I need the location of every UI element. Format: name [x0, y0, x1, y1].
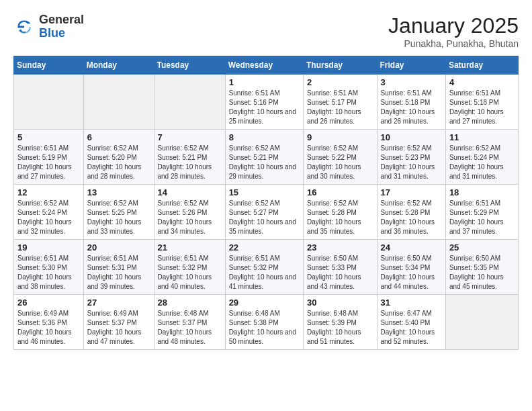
calendar-cell: 16Sunrise: 6:52 AM Sunset: 5:28 PM Dayli… [303, 185, 377, 240]
logo-text: General Blue [39, 13, 84, 40]
calendar-cell: 27Sunrise: 6:49 AM Sunset: 5:37 PM Dayli… [83, 295, 154, 350]
calendar-week-row: 1Sunrise: 6:51 AM Sunset: 5:16 PM Daylig… [14, 75, 519, 130]
day-number: 26 [17, 298, 80, 308]
logo: General Blue [13, 13, 84, 40]
header-wednesday: Wednesday [225, 56, 303, 75]
calendar-cell: 3Sunrise: 6:51 AM Sunset: 5:18 PM Daylig… [377, 75, 445, 130]
day-number: 15 [229, 187, 300, 197]
day-info: Sunrise: 6:51 AM Sunset: 5:16 PM Dayligh… [229, 89, 300, 126]
calendar-cell: 31Sunrise: 6:47 AM Sunset: 5:40 PM Dayli… [377, 295, 445, 350]
day-number: 24 [381, 242, 442, 253]
header-friday: Friday [377, 56, 445, 75]
header-monday: Monday [83, 56, 154, 75]
calendar-cell: 13Sunrise: 6:52 AM Sunset: 5:25 PM Dayli… [83, 185, 154, 240]
calendar-cell: 5Sunrise: 6:51 AM Sunset: 5:19 PM Daylig… [14, 130, 84, 185]
calendar-week-row: 5Sunrise: 6:51 AM Sunset: 5:19 PM Daylig… [14, 130, 519, 185]
day-number: 1 [229, 77, 300, 87]
day-number: 16 [307, 187, 373, 197]
day-info: Sunrise: 6:52 AM Sunset: 5:24 PM Dayligh… [449, 144, 515, 181]
day-info: Sunrise: 6:48 AM Sunset: 5:38 PM Dayligh… [229, 309, 300, 347]
day-number: 4 [449, 77, 515, 87]
calendar-cell [154, 75, 225, 130]
day-info: Sunrise: 6:47 AM Sunset: 5:40 PM Dayligh… [381, 309, 442, 347]
day-info: Sunrise: 6:52 AM Sunset: 5:28 PM Dayligh… [381, 199, 442, 236]
calendar-cell: 26Sunrise: 6:49 AM Sunset: 5:36 PM Dayli… [14, 295, 84, 350]
calendar-cell: 24Sunrise: 6:50 AM Sunset: 5:34 PM Dayli… [377, 240, 445, 295]
calendar-cell: 14Sunrise: 6:52 AM Sunset: 5:26 PM Dayli… [154, 185, 225, 240]
day-info: Sunrise: 6:49 AM Sunset: 5:37 PM Dayligh… [87, 309, 150, 347]
day-number: 25 [449, 242, 515, 253]
day-info: Sunrise: 6:51 AM Sunset: 5:32 PM Dayligh… [229, 254, 300, 291]
calendar-week-row: 19Sunrise: 6:51 AM Sunset: 5:30 PM Dayli… [14, 240, 519, 295]
day-number: 11 [449, 132, 515, 142]
day-info: Sunrise: 6:50 AM Sunset: 5:34 PM Dayligh… [381, 254, 442, 291]
day-info: Sunrise: 6:52 AM Sunset: 5:20 PM Dayligh… [87, 144, 150, 181]
day-number: 27 [87, 298, 150, 308]
calendar-header-row: SundayMondayTuesdayWednesdayThursdayFrid… [14, 56, 519, 75]
calendar-week-row: 12Sunrise: 6:52 AM Sunset: 5:24 PM Dayli… [14, 185, 519, 240]
header-saturday: Saturday [445, 56, 518, 75]
day-number: 13 [87, 187, 150, 197]
header-thursday: Thursday [303, 56, 377, 75]
calendar-cell: 28Sunrise: 6:48 AM Sunset: 5:37 PM Dayli… [154, 295, 225, 350]
calendar-cell: 4Sunrise: 6:51 AM Sunset: 5:18 PM Daylig… [445, 75, 518, 130]
day-number: 21 [158, 242, 222, 253]
day-info: Sunrise: 6:51 AM Sunset: 5:17 PM Dayligh… [307, 89, 373, 126]
day-info: Sunrise: 6:51 AM Sunset: 5:32 PM Dayligh… [158, 254, 222, 291]
day-number: 2 [307, 77, 373, 87]
calendar-cell: 19Sunrise: 6:51 AM Sunset: 5:30 PM Dayli… [14, 240, 84, 295]
header-sunday: Sunday [14, 56, 84, 75]
day-number: 10 [381, 132, 442, 142]
day-number: 5 [17, 132, 80, 142]
day-number: 8 [229, 132, 300, 142]
calendar-cell: 25Sunrise: 6:50 AM Sunset: 5:35 PM Dayli… [445, 240, 518, 295]
calendar-week-row: 26Sunrise: 6:49 AM Sunset: 5:36 PM Dayli… [14, 295, 519, 350]
day-info: Sunrise: 6:48 AM Sunset: 5:37 PM Dayligh… [158, 309, 222, 347]
calendar-cell: 30Sunrise: 6:48 AM Sunset: 5:39 PM Dayli… [303, 295, 377, 350]
day-info: Sunrise: 6:52 AM Sunset: 5:24 PM Dayligh… [17, 199, 80, 236]
day-info: Sunrise: 6:52 AM Sunset: 5:25 PM Dayligh… [87, 199, 150, 236]
day-number: 29 [229, 298, 300, 308]
calendar-cell: 21Sunrise: 6:51 AM Sunset: 5:32 PM Dayli… [154, 240, 225, 295]
calendar-cell: 6Sunrise: 6:52 AM Sunset: 5:20 PM Daylig… [83, 130, 154, 185]
day-number: 7 [158, 132, 222, 142]
calendar-cell: 9Sunrise: 6:52 AM Sunset: 5:22 PM Daylig… [303, 130, 377, 185]
day-number: 9 [307, 132, 373, 142]
day-info: Sunrise: 6:52 AM Sunset: 5:27 PM Dayligh… [229, 199, 300, 236]
day-number: 23 [307, 242, 373, 253]
calendar-title: January 2025 [388, 13, 519, 38]
title-block: January 2025 Punakha, Punakha, Bhutan [388, 13, 519, 49]
day-number: 17 [381, 187, 442, 197]
day-info: Sunrise: 6:51 AM Sunset: 5:19 PM Dayligh… [17, 144, 80, 181]
calendar-cell: 11Sunrise: 6:52 AM Sunset: 5:24 PM Dayli… [445, 130, 518, 185]
day-number: 30 [307, 298, 373, 308]
day-number: 3 [381, 77, 442, 87]
logo-icon [13, 16, 35, 38]
day-info: Sunrise: 6:52 AM Sunset: 5:28 PM Dayligh… [307, 199, 373, 236]
day-number: 12 [17, 187, 80, 197]
calendar-cell: 1Sunrise: 6:51 AM Sunset: 5:16 PM Daylig… [225, 75, 303, 130]
day-number: 22 [229, 242, 300, 253]
day-info: Sunrise: 6:48 AM Sunset: 5:39 PM Dayligh… [307, 309, 373, 347]
day-info: Sunrise: 6:51 AM Sunset: 5:30 PM Dayligh… [17, 254, 80, 291]
page-header: General Blue January 2025 Punakha, Punak… [13, 13, 519, 49]
calendar-cell: 22Sunrise: 6:51 AM Sunset: 5:32 PM Dayli… [225, 240, 303, 295]
day-info: Sunrise: 6:52 AM Sunset: 5:21 PM Dayligh… [158, 144, 222, 181]
calendar-table: SundayMondayTuesdayWednesdayThursdayFrid… [13, 56, 519, 350]
day-info: Sunrise: 6:51 AM Sunset: 5:29 PM Dayligh… [449, 199, 515, 236]
day-number: 19 [17, 242, 80, 253]
calendar-cell: 7Sunrise: 6:52 AM Sunset: 5:21 PM Daylig… [154, 130, 225, 185]
day-info: Sunrise: 6:52 AM Sunset: 5:21 PM Dayligh… [229, 144, 300, 181]
day-info: Sunrise: 6:50 AM Sunset: 5:35 PM Dayligh… [449, 254, 515, 291]
calendar-cell: 20Sunrise: 6:51 AM Sunset: 5:31 PM Dayli… [83, 240, 154, 295]
day-number: 28 [158, 298, 222, 308]
calendar-cell: 8Sunrise: 6:52 AM Sunset: 5:21 PM Daylig… [225, 130, 303, 185]
calendar-cell: 23Sunrise: 6:50 AM Sunset: 5:33 PM Dayli… [303, 240, 377, 295]
calendar-cell: 18Sunrise: 6:51 AM Sunset: 5:29 PM Dayli… [445, 185, 518, 240]
day-info: Sunrise: 6:51 AM Sunset: 5:31 PM Dayligh… [87, 254, 150, 291]
day-info: Sunrise: 6:52 AM Sunset: 5:22 PM Dayligh… [307, 144, 373, 181]
calendar-cell: 17Sunrise: 6:52 AM Sunset: 5:28 PM Dayli… [377, 185, 445, 240]
calendar-cell: 15Sunrise: 6:52 AM Sunset: 5:27 PM Dayli… [225, 185, 303, 240]
header-tuesday: Tuesday [154, 56, 225, 75]
day-info: Sunrise: 6:51 AM Sunset: 5:18 PM Dayligh… [381, 89, 442, 126]
